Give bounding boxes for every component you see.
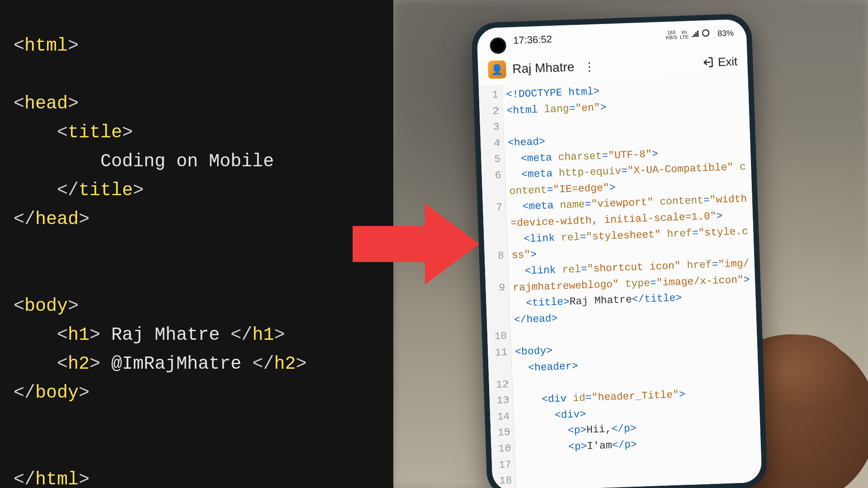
code-line: Coding on Mobile (14, 147, 380, 176)
mobile-code-editor[interactable]: 1 2⌄ 3 4⌄ 5 6 7 8 9 10 11 (479, 76, 762, 488)
volte-icon: Vo LTE (679, 29, 689, 40)
code-line: <body> (14, 292, 380, 321)
app-title: Raj Mhatre (512, 60, 575, 76)
desktop-code-editor: <html> <head> <title> Coding on Mobile <… (0, 0, 393, 488)
exit-button[interactable]: Exit (700, 54, 737, 70)
exit-icon (700, 55, 714, 69)
code-line: <head> (14, 89, 380, 118)
code-line: </html> (14, 465, 380, 488)
battery-percent: 83% (717, 28, 734, 38)
code-content[interactable]: <!DOCTYPE html> <html lang="en"> <head> … (502, 76, 762, 488)
avatar[interactable]: 👤 (488, 61, 506, 79)
signal-icon (691, 29, 700, 39)
status-time: 17:36:52 (513, 33, 552, 47)
arrow-icon (348, 199, 484, 289)
code-line: <title> (14, 118, 380, 147)
code-line: </head> (14, 205, 380, 234)
menu-dots-icon[interactable]: ⋮ (580, 59, 598, 74)
net-speed: 163 KB/S (665, 30, 677, 40)
phone-screen: 17:36:52 163 KB/S Vo LTE (476, 19, 762, 488)
code-line: <h2> @ImRajMhatre </h2> (14, 350, 380, 379)
code-line: <html> (14, 32, 380, 61)
code-line: <h1> Raj Mhatre </h1> (14, 321, 380, 350)
battery-icon (702, 29, 715, 39)
code-line: </title> (14, 176, 380, 205)
phone-frame: 17:36:52 163 KB/S Vo LTE (471, 14, 768, 488)
code-line: </body> (14, 379, 380, 408)
